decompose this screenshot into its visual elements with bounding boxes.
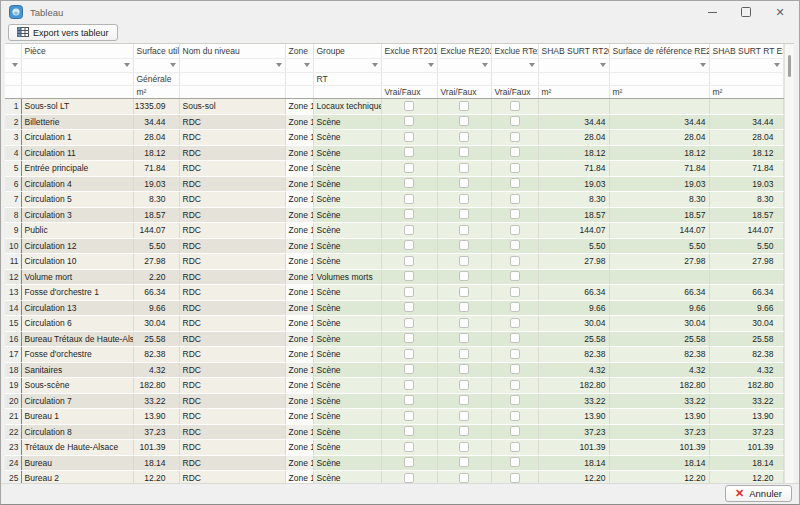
cell-surface-reference-re2020[interactable]: 25.58 [609,331,709,347]
cell-groupe[interactable]: Scène [313,223,381,239]
cell-piece[interactable]: Circulation 1 [21,130,133,146]
cell-groupe[interactable]: Scène [313,176,381,192]
cell-shab-surt-rt-ex[interactable]: 13.90 [709,409,783,425]
cell-shab-surt-rt-ex[interactable]: 18.57 [709,207,783,223]
exclue-re2020-checkbox[interactable] [459,364,469,374]
cell-shab-surt-rt2012[interactable]: 82.38 [538,347,609,363]
vertical-scrollbar[interactable] [784,44,794,486]
cell-surface-reference-re2020[interactable]: 71.84 [609,161,709,177]
cell-shab-surt-rt-ex[interactable]: 28.04 [709,130,783,146]
cell-groupe[interactable]: Scène [313,362,381,378]
cell-piece[interactable]: Circulation 3 [21,207,133,223]
cell-surface-utile[interactable]: 25.58 [133,331,179,347]
cell-shab-surt-rt-ex[interactable]: 19.03 [709,176,783,192]
filter-dropdown-icon[interactable] [428,63,434,67]
cell-groupe[interactable]: Scène [313,130,381,146]
cell-exclue-rt2012[interactable] [381,130,437,146]
exclue-rtex-checkbox[interactable] [510,349,520,359]
cell-zone[interactable]: Zone 1 [285,440,313,456]
cell-nom-du-niveau[interactable]: RDC [179,254,285,270]
filter-zone[interactable] [285,59,313,73]
cell-surface-reference-re2020[interactable]: 18.12 [609,145,709,161]
cell-shab-surt-rt2012[interactable]: 8.30 [538,192,609,208]
exclue-re2020-checkbox[interactable] [459,318,469,328]
cell-exclue-rt2012[interactable] [381,455,437,471]
cell-groupe[interactable]: Scène [313,378,381,394]
filter-groupe[interactable] [313,59,381,73]
cell-zone[interactable]: Zone 1 [285,300,313,316]
exclue-re2020-checkbox[interactable] [459,380,469,390]
cell-zone[interactable]: Zone 1 [285,176,313,192]
close-button[interactable]: ✕ [763,1,797,23]
cell-surface-reference-re2020[interactable]: 37.23 [609,424,709,440]
cell-zone[interactable]: Zone 1 [285,393,313,409]
exclue-rt2012-checkbox[interactable] [404,395,414,405]
header-shab-surt-rt2012[interactable]: SHAB SURT RT2012 [538,44,609,59]
cell-row-number[interactable]: 7 [5,192,21,208]
cell-exclue-rt2012[interactable] [381,223,437,239]
cell-piece[interactable]: Circulation 4 [21,176,133,192]
cell-exclue-rtex[interactable] [491,285,538,301]
cell-exclue-re2020[interactable] [437,192,491,208]
cell-zone[interactable]: Zone 1 [285,316,313,332]
cell-exclue-re2020[interactable] [437,409,491,425]
exclue-rtex-checkbox[interactable] [510,163,520,173]
maximize-button[interactable] [729,1,763,23]
cell-groupe[interactable]: Scène [313,192,381,208]
cell-shab-surt-rt2012[interactable]: 4.32 [538,362,609,378]
cell-zone[interactable]: Zone 1 [285,362,313,378]
exclue-rtex-checkbox[interactable] [510,194,520,204]
cell-exclue-rt2012[interactable] [381,347,437,363]
cell-exclue-rtex[interactable] [491,145,538,161]
cell-shab-surt-rt2012[interactable]: 182.80 [538,378,609,394]
cell-shab-surt-rt-ex[interactable]: 18.14 [709,455,783,471]
cell-exclue-re2020[interactable] [437,99,491,115]
cell-row-number[interactable]: 2 [5,114,21,130]
exclue-re2020-checkbox[interactable] [459,426,469,436]
cell-shab-surt-rt2012[interactable]: 71.84 [538,161,609,177]
cell-zone[interactable]: Zone 1 [285,285,313,301]
cell-shab-surt-rt2012[interactable]: 28.04 [538,130,609,146]
cell-nom-du-niveau[interactable]: RDC [179,378,285,394]
exclue-rt2012-checkbox[interactable] [404,473,414,483]
exclue-rt2012-checkbox[interactable] [404,256,414,266]
cell-nom-du-niveau[interactable]: RDC [179,362,285,378]
cell-piece[interactable]: Bureau [21,455,133,471]
exclue-rtex-checkbox[interactable] [510,395,520,405]
cell-shab-surt-rt2012[interactable]: 37.23 [538,424,609,440]
filter-dropdown-icon[interactable] [372,63,378,67]
cell-nom-du-niveau[interactable]: RDC [179,207,285,223]
cell-row-number[interactable]: 14 [5,300,21,316]
cell-exclue-rtex[interactable] [491,207,538,223]
filter-surface-reference-re2020[interactable] [609,59,709,73]
exclue-re2020-checkbox[interactable] [459,163,469,173]
exclue-rt2012-checkbox[interactable] [404,333,414,343]
scrollbar-thumb[interactable] [788,55,791,77]
cell-exclue-rtex[interactable] [491,99,538,115]
cell-exclue-re2020[interactable] [437,161,491,177]
exclue-rtex-checkbox[interactable] [510,132,520,142]
cell-piece[interactable]: Entrée principale [21,161,133,177]
cell-shab-surt-rt2012[interactable] [538,99,609,115]
cell-surface-utile[interactable]: 8.30 [133,192,179,208]
exclue-rt2012-checkbox[interactable] [404,364,414,374]
cell-nom-du-niveau[interactable]: RDC [179,440,285,456]
cell-surface-reference-re2020[interactable]: 8.30 [609,192,709,208]
cell-surface-utile[interactable]: 18.14 [133,455,179,471]
cell-surface-utile[interactable]: 30.04 [133,316,179,332]
cell-nom-du-niveau[interactable]: RDC [179,285,285,301]
filter-dropdown-icon[interactable] [276,63,282,67]
filter-shab-surt-rt2012[interactable] [538,59,609,73]
cell-zone[interactable]: Zone 1 [285,223,313,239]
cell-surface-utile[interactable]: 144.07 [133,223,179,239]
cell-groupe[interactable]: Scène [313,254,381,270]
cell-row-number[interactable]: 19 [5,378,21,394]
exclue-re2020-checkbox[interactable] [459,411,469,421]
filter-row-number[interactable] [5,59,21,73]
cell-zone[interactable]: Zone 1 [285,207,313,223]
exclue-rt2012-checkbox[interactable] [404,349,414,359]
cell-shab-surt-rt-ex[interactable]: 4.32 [709,362,783,378]
cell-surface-utile[interactable]: 34.44 [133,114,179,130]
exclue-rtex-checkbox[interactable] [510,116,520,126]
cell-surface-utile[interactable]: 37.23 [133,424,179,440]
